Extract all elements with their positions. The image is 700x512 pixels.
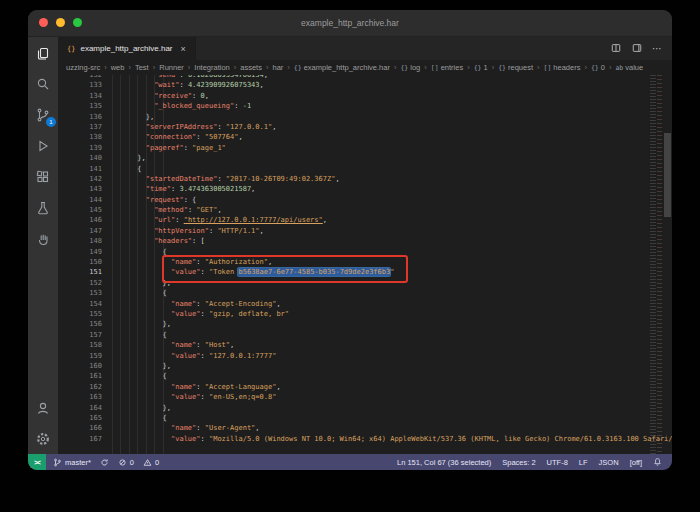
language-mode[interactable]: JSON xyxy=(599,458,619,467)
code-line[interactable]: 143 "time": 3.474363005021587, xyxy=(58,184,646,194)
run-debug-icon[interactable] xyxy=(28,130,58,161)
code-line[interactable]: 144 "request": { xyxy=(58,195,646,205)
explorer-icon[interactable] xyxy=(28,37,58,68)
code-line[interactable]: 133 "wait": 4.423909926075343, xyxy=(58,80,646,90)
breadcrumb-item[interactable]: web xyxy=(111,63,125,72)
line-number: 163 xyxy=(58,392,112,402)
problems-warnings[interactable]: 0 xyxy=(143,458,159,467)
accounts-icon[interactable] xyxy=(28,392,58,423)
settings-gear-icon[interactable] xyxy=(28,423,58,454)
json-object-icon: {} xyxy=(591,64,599,72)
source-control-icon[interactable]: 1 xyxy=(28,99,58,130)
code-line[interactable]: 147 "httpVersion": "HTTP/1.1", xyxy=(58,226,646,236)
desktop-background: example_http_archive.har xyxy=(0,0,700,512)
extensions-icon[interactable] xyxy=(28,161,58,192)
branch-icon xyxy=(53,457,62,468)
breadcrumb-item[interactable]: {}0 xyxy=(591,63,605,72)
remote-indicator[interactable]: >< xyxy=(28,454,46,470)
breadcrumb-item[interactable]: Runner xyxy=(159,63,184,72)
breadcrumb-item[interactable]: {}request xyxy=(498,63,533,72)
eol-setting[interactable]: LF xyxy=(579,458,588,467)
code-line[interactable]: 138 "connection": "507764", xyxy=(58,132,646,142)
code-line[interactable]: 134 "receive": 0, xyxy=(58,91,646,101)
code-line[interactable]: 159 "value": "127.0.0.1:7777" xyxy=(58,351,646,361)
indentation-setting[interactable]: Spaces: 2 xyxy=(502,458,535,467)
breadcrumb-label: headers xyxy=(553,63,580,72)
code-line[interactable]: 145 "method": "GET", xyxy=(58,205,646,215)
breadcrumb-item[interactable]: abvalue xyxy=(615,63,643,72)
breadcrumb-item[interactable]: Test xyxy=(135,63,149,72)
branch-item[interactable]: master* xyxy=(53,457,91,468)
code-line[interactable]: 163 "value": "en-US,en;q=0.8" xyxy=(58,392,646,402)
code-line[interactable]: 139 "pageref": "page_1" xyxy=(58,143,646,153)
code-line[interactable]: 165 { xyxy=(58,413,646,423)
notifications-bell-icon[interactable] xyxy=(653,457,662,467)
breadcrumb-label: assets xyxy=(240,63,262,72)
code-line[interactable]: 151 "value": "Token b5638ae7-6e77-4585-b… xyxy=(58,267,646,277)
breadcrumb-separator: › xyxy=(608,63,613,72)
mode-off-indicator[interactable]: [off] xyxy=(630,458,642,467)
json-object-icon: {} xyxy=(294,64,302,72)
code-line[interactable]: 150 "name": "Authorization", xyxy=(58,257,646,267)
encoding-setting[interactable]: UTF-8 xyxy=(547,458,568,467)
breadcrumb-separator: › xyxy=(583,63,588,72)
code-line[interactable]: 154 "name": "Accept-Encoding", xyxy=(58,299,646,309)
tab-close-icon[interactable]: × xyxy=(181,44,186,54)
line-number: 143 xyxy=(58,184,112,194)
code-line[interactable]: 146 "url": "http://127.0.0.1:7777/api/us… xyxy=(58,215,646,225)
line-number: 150 xyxy=(58,257,112,267)
line-number: 154 xyxy=(58,299,112,309)
code-line[interactable]: 137 "serverIPAddress": "127.0.0.1", xyxy=(58,122,646,132)
code-line[interactable]: 141 { xyxy=(58,164,646,174)
json-array-icon: [] xyxy=(544,64,552,72)
sync-icon[interactable] xyxy=(100,458,109,467)
code-line[interactable]: 167 "value": "Mozilla/5.0 (Windows NT 10… xyxy=(58,434,646,444)
code-line[interactable]: 160 }, xyxy=(58,361,646,371)
breadcrumb-item[interactable]: {}1 xyxy=(474,63,488,72)
code-line[interactable]: 155 "value": "gzip, deflate, br" xyxy=(58,309,646,319)
breadcrumb-separator: › xyxy=(265,63,270,72)
code-line[interactable]: 162 "name": "Accept-Language", xyxy=(58,382,646,392)
scrollbar-thumb[interactable] xyxy=(664,133,671,217)
code-line[interactable]: 142 "startedDateTime": "2017-10-26T09:49… xyxy=(58,174,646,184)
code-line[interactable]: 164 }, xyxy=(58,403,646,413)
code-line[interactable]: 136 }, xyxy=(58,112,646,122)
breadcrumb-separator: › xyxy=(127,63,132,72)
breadcrumb-item[interactable]: assets xyxy=(240,63,262,72)
breadcrumb-item[interactable]: Integration xyxy=(194,63,229,72)
cursor-position[interactable]: Ln 151, Col 67 (36 selected) xyxy=(397,458,491,467)
tab-example-http-archive[interactable]: {} example_http_archive.har × xyxy=(58,37,196,60)
code-line[interactable]: 156 }, xyxy=(58,319,646,329)
code-line[interactable]: 148 "headers": [ xyxy=(58,236,646,246)
breadcrumb-item[interactable]: {}log xyxy=(400,63,420,72)
split-editor-icon[interactable] xyxy=(610,42,622,56)
code-line[interactable]: 158 "name": "Host", xyxy=(58,340,646,350)
code-line[interactable]: 140 }, xyxy=(58,153,646,163)
breadcrumb-item[interactable]: uzzing-src xyxy=(66,63,100,72)
breadcrumb-item[interactable]: []entries xyxy=(431,63,463,72)
code-line[interactable]: 152 }, xyxy=(58,278,646,288)
test-beaker-icon[interactable] xyxy=(28,192,58,223)
code-line[interactable]: 157 { xyxy=(58,330,646,340)
problems-errors[interactable]: 0 xyxy=(118,458,134,467)
code-line[interactable]: 166 "name": "User-Agent", xyxy=(58,423,646,433)
search-icon[interactable] xyxy=(28,68,58,99)
title-bar[interactable]: example_http_archive.har xyxy=(28,10,672,37)
breadcrumb-item[interactable]: {}example_http_archive.har xyxy=(294,63,390,72)
layout-icon[interactable] xyxy=(631,42,643,56)
code-line[interactable]: 153 { xyxy=(58,288,646,298)
line-number: 149 xyxy=(58,247,112,257)
minimap[interactable] xyxy=(649,75,663,454)
code-line[interactable]: 135 "_blocked_queueing": -1 xyxy=(58,101,646,111)
tab-label: example_http_archive.har xyxy=(80,44,172,53)
code-line[interactable]: 161 { xyxy=(58,371,646,381)
line-number: 166 xyxy=(58,423,112,433)
vertical-scrollbar[interactable] xyxy=(663,75,672,454)
breadcrumb[interactable]: uzzing-src›web›Test›Runner›Integration›a… xyxy=(58,60,672,75)
code-editor[interactable]: 132 "send": 0.1020809354706134,133 "wait… xyxy=(58,75,672,454)
breadcrumb-item[interactable]: []headers xyxy=(544,63,581,72)
more-actions-icon[interactable]: ⋯ xyxy=(652,44,662,54)
live-share-hand-icon[interactable] xyxy=(28,223,58,254)
breadcrumb-item[interactable]: har xyxy=(272,63,283,72)
code-line[interactable]: 149 { xyxy=(58,247,646,257)
